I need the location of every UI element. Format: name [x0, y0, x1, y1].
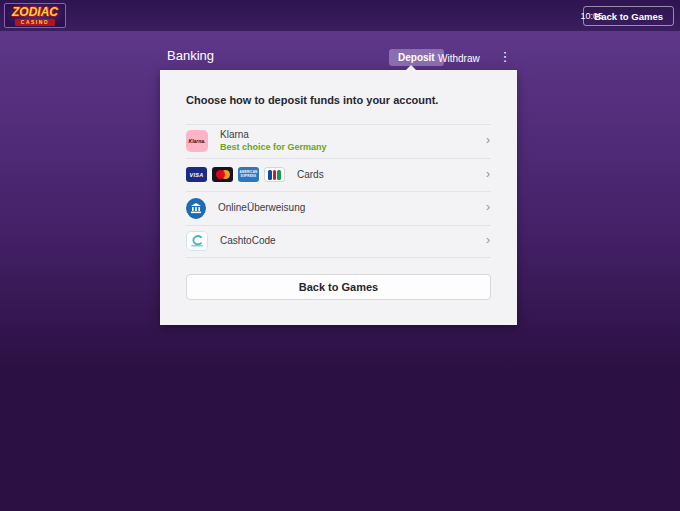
method-name: CashtoCode — [220, 235, 276, 248]
payment-method-cards[interactable]: VISA AMERICAN EXPRESS Cards › — [186, 158, 491, 192]
method-name: OnlineÜberweisung — [218, 202, 305, 215]
onlineueberweisung-labels: OnlineÜberweisung — [218, 202, 305, 215]
method-name: Cards — [297, 169, 324, 182]
method-subtitle: Best choice for Germany — [220, 142, 327, 153]
method-name: Klarna — [220, 129, 327, 142]
cashtocode-icon — [186, 231, 208, 251]
payment-method-cashtocode[interactable]: CashtoCode › — [186, 225, 491, 259]
klarna-icon: Klarna. — [186, 130, 208, 152]
payment-method-list: Klarna. Klarna Best choice for Germany ›… — [186, 124, 491, 258]
bank-icon — [186, 198, 206, 218]
visa-icon: VISA — [186, 167, 207, 182]
zodiac-casino-logo[interactable]: ZODIAC CASINO — [4, 3, 66, 28]
logo-text-casino: CASINO — [15, 19, 55, 26]
tab-withdraw[interactable]: Withdraw — [438, 53, 480, 64]
jcb-icon — [264, 167, 285, 182]
cards-labels: Cards — [297, 169, 324, 182]
amex-icon: AMERICAN EXPRESS — [238, 167, 259, 182]
modal-back-to-games-button[interactable]: Back to Games — [186, 274, 491, 300]
tab-deposit[interactable]: Deposit — [389, 49, 444, 66]
chevron-right-icon: › — [486, 134, 490, 148]
chevron-right-icon: › — [486, 167, 490, 181]
top-header-bar: ZODIAC CASINO 10:05 Back to Games — [0, 0, 680, 31]
mastercard-icon — [212, 167, 233, 182]
page-title: Banking — [167, 48, 214, 63]
kebab-menu-icon[interactable]: ⋮ — [498, 48, 512, 65]
deposit-modal: Choose how to deposit funds into your ac… — [160, 70, 517, 325]
payment-method-klarna[interactable]: Klarna. Klarna Best choice for Germany › — [186, 124, 491, 158]
header-back-to-games-button[interactable]: Back to Games — [583, 6, 674, 26]
payment-method-onlineueberweisung[interactable]: OnlineÜberweisung › — [186, 191, 491, 225]
modal-heading: Choose how to deposit funds into your ac… — [186, 94, 438, 106]
klarna-labels: Klarna Best choice for Germany — [220, 129, 327, 153]
chevron-right-icon: › — [486, 234, 490, 248]
modal-caret — [406, 65, 416, 70]
chevron-right-icon: › — [486, 201, 490, 215]
banking-page: ZODIAC CASINO 10:05 Back to Games Bankin… — [0, 0, 680, 511]
card-brand-icons: VISA AMERICAN EXPRESS — [186, 167, 290, 182]
cashtocode-labels: CashtoCode — [220, 235, 276, 248]
logo-text-zodiac: ZODIAC — [12, 6, 58, 18]
